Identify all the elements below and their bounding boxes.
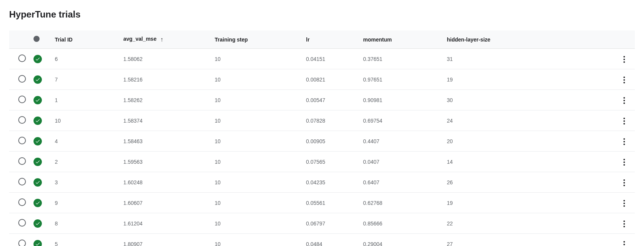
cell-momentum: 0.62768: [360, 193, 444, 213]
table-header-row: Trial ID avg_val_mse ↑ Training step lr …: [9, 30, 635, 49]
table-row: 8 1.61204 10 0.06797 0.85666 22: [9, 213, 635, 234]
table-row: 9 1.60607 10 0.05561 0.62768 19: [9, 193, 635, 213]
row-actions-button[interactable]: [621, 95, 627, 106]
row-actions-button[interactable]: [621, 177, 627, 188]
row-radio[interactable]: [18, 116, 26, 124]
header-metric[interactable]: avg_val_mse ↑: [120, 30, 212, 49]
cell-hidden-layer-size: 22: [444, 213, 614, 234]
cell-lr: 0.04151: [303, 49, 360, 69]
row-actions-button[interactable]: [621, 54, 627, 65]
cell-trial-id: 2: [52, 152, 120, 172]
cell-hidden-layer-size: 24: [444, 110, 614, 131]
row-radio[interactable]: [18, 198, 26, 206]
row-radio[interactable]: [18, 96, 26, 103]
status-success-icon: [33, 240, 42, 246]
header-label: avg_val_mse: [123, 36, 156, 42]
table-row: 1 1.58262 10 0.00547 0.90981 30: [9, 90, 635, 110]
cell-lr: 0.06797: [303, 213, 360, 234]
cell-momentum: 0.90981: [360, 90, 444, 110]
cell-hidden-layer-size: 19: [444, 193, 614, 213]
status-success-icon: [33, 158, 42, 166]
table-row: 4 1.58463 10 0.00905 0.4407 20: [9, 131, 635, 152]
cell-lr: 0.00821: [303, 69, 360, 90]
cell-hidden-layer-size: 26: [444, 172, 614, 193]
table-row: 7 1.58216 10 0.00821 0.97651 19: [9, 69, 635, 90]
status-success-icon: [33, 75, 42, 84]
cell-training-step: 10: [212, 152, 303, 172]
cell-metric: 1.58262: [120, 90, 212, 110]
cell-trial-id: 3: [52, 172, 120, 193]
table-row: 10 1.58374 10 0.07828 0.69754 24: [9, 110, 635, 131]
cell-training-step: 10: [212, 131, 303, 152]
row-radio[interactable]: [18, 75, 26, 83]
row-radio[interactable]: [18, 157, 26, 165]
cell-training-step: 10: [212, 110, 303, 131]
cell-metric: 1.80907: [120, 234, 212, 246]
table-row: 5 1.80907 10 0.0484 0.29004 27: [9, 234, 635, 246]
cell-metric: 1.58374: [120, 110, 212, 131]
cell-momentum: 0.37651: [360, 49, 444, 69]
header-select: [9, 30, 30, 49]
row-actions-button[interactable]: [621, 198, 627, 209]
cell-trial-id: 6: [52, 49, 120, 69]
table-row: 6 1.58062 10 0.04151 0.37651 31: [9, 49, 635, 69]
status-success-icon: [33, 137, 42, 145]
table-row: 3 1.60248 10 0.04235 0.6407 26: [9, 172, 635, 193]
cell-trial-id: 9: [52, 193, 120, 213]
cell-training-step: 10: [212, 193, 303, 213]
cell-lr: 0.07565: [303, 152, 360, 172]
cell-training-step: 10: [212, 172, 303, 193]
row-radio[interactable]: [18, 137, 26, 144]
row-radio[interactable]: [18, 219, 26, 227]
cell-trial-id: 4: [52, 131, 120, 152]
row-actions-button[interactable]: [621, 74, 627, 86]
header-label: hidden-layer-size: [447, 37, 490, 43]
cell-lr: 0.07828: [303, 110, 360, 131]
trials-table: Trial ID avg_val_mse ↑ Training step lr …: [9, 30, 635, 246]
cell-hidden-layer-size: 31: [444, 49, 614, 69]
row-radio[interactable]: [18, 178, 26, 185]
row-actions-button[interactable]: [621, 157, 627, 168]
cell-lr: 0.00905: [303, 131, 360, 152]
header-training-step[interactable]: Training step: [212, 30, 303, 49]
cell-metric: 1.59563: [120, 152, 212, 172]
cell-momentum: 0.69754: [360, 110, 444, 131]
cell-training-step: 10: [212, 234, 303, 246]
header-momentum[interactable]: momentum: [360, 30, 444, 49]
row-actions-button[interactable]: [621, 218, 627, 230]
cell-trial-id: 1: [52, 90, 120, 110]
cell-momentum: 0.85666: [360, 213, 444, 234]
header-actions: [614, 30, 635, 49]
cell-hidden-layer-size: 19: [444, 69, 614, 90]
row-radio[interactable]: [18, 240, 26, 246]
row-actions-button[interactable]: [621, 136, 627, 147]
cell-training-step: 10: [212, 213, 303, 234]
cell-momentum: 0.6407: [360, 172, 444, 193]
header-label: Trial ID: [55, 37, 73, 43]
cell-momentum: 0.0407: [360, 152, 444, 172]
cell-hidden-layer-size: 30: [444, 90, 614, 110]
header-label: Training step: [215, 37, 248, 43]
status-success-icon: [33, 219, 42, 228]
cell-metric: 1.61204: [120, 213, 212, 234]
status-success-icon: [33, 199, 42, 207]
cell-momentum: 0.29004: [360, 234, 444, 246]
cell-lr: 0.04235: [303, 172, 360, 193]
header-hidden-layer-size[interactable]: hidden-layer-size: [444, 30, 614, 49]
header-trial-id[interactable]: Trial ID: [52, 30, 120, 49]
header-lr[interactable]: lr: [303, 30, 360, 49]
cell-hidden-layer-size: 20: [444, 131, 614, 152]
cell-trial-id: 7: [52, 69, 120, 90]
cell-lr: 0.05561: [303, 193, 360, 213]
row-actions-button[interactable]: [621, 239, 627, 246]
status-success-icon: [33, 96, 42, 104]
sort-ascending-icon: ↑: [160, 36, 163, 43]
row-radio[interactable]: [18, 54, 26, 62]
cell-training-step: 10: [212, 49, 303, 69]
cell-trial-id: 8: [52, 213, 120, 234]
cell-trial-id: 10: [52, 110, 120, 131]
row-actions-button[interactable]: [621, 115, 627, 127]
cell-hidden-layer-size: 14: [444, 152, 614, 172]
cell-training-step: 10: [212, 69, 303, 90]
cell-lr: 0.00547: [303, 90, 360, 110]
